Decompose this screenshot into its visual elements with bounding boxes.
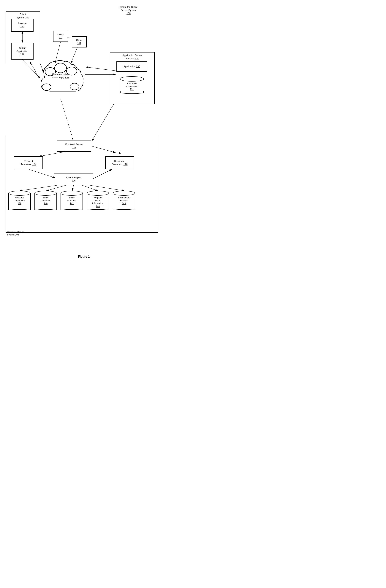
application-label: Application 130 bbox=[123, 65, 140, 68]
response-generator-label: ResponseGenerator 128 bbox=[112, 160, 128, 166]
cylinder-intermediate-148: IntermediateResults148 bbox=[113, 191, 135, 210]
res-constraints-app-label: ResourceConstraints132 bbox=[126, 82, 137, 91]
query-engine-box: Query Engine126 bbox=[54, 173, 93, 185]
cyl-148-label: IntermediateResults148 bbox=[118, 196, 130, 205]
datastore-label: Datastore ServerSystem 106 bbox=[7, 231, 24, 236]
query-engine-label: Query Engine126 bbox=[66, 176, 81, 182]
application-box: Application 130 bbox=[116, 62, 147, 72]
client-102b-label: Client102 bbox=[76, 39, 82, 45]
request-processor-label: RequestProcessor 124 bbox=[21, 160, 36, 166]
browser-label: Browser110 bbox=[18, 22, 27, 28]
comm-network-label: CommunicationNetwork(s) 120 bbox=[52, 73, 69, 79]
client-102a-label: Client102 bbox=[57, 33, 64, 40]
cloud-shape: CommunicationNetwork(s) 120 bbox=[35, 58, 86, 99]
cylinder-resource-constraints-138: ResourceConstraints138 bbox=[8, 191, 31, 210]
dots-label: ... bbox=[67, 34, 70, 39]
figure-caption: Figure 1 bbox=[0, 255, 168, 264]
cyl-146-label: RequestStatusInformation146 bbox=[92, 196, 103, 208]
cyl-138-label: ResourceConstraints138 bbox=[14, 196, 25, 205]
cyl-140-label: EntityDatabase140 bbox=[41, 196, 50, 205]
svg-line-15 bbox=[61, 99, 73, 140]
app-server-label: Application ServerSystem 104 bbox=[122, 54, 142, 60]
browser-box: Browser110 bbox=[11, 19, 34, 32]
frontend-server-box: Frontend Server122 bbox=[57, 141, 91, 152]
response-generator-box: ResponseGenerator 128 bbox=[105, 156, 134, 169]
cylinder-entity-database-140: EntityDatabase140 bbox=[34, 191, 57, 210]
client-system-label: ClientSystem 102 bbox=[16, 13, 29, 19]
client-102b-box: Client102 bbox=[72, 36, 87, 47]
client-app-label: ClientApplication112 bbox=[16, 46, 28, 56]
client-102a-box: Client102 bbox=[53, 31, 68, 42]
frontend-server-label: Frontend Server122 bbox=[65, 143, 83, 149]
cylinder-entity-index-142: EntityIndex(es)142 bbox=[61, 191, 83, 210]
svg-line-16 bbox=[92, 104, 114, 141]
request-processor-box: RequestProcessor 124 bbox=[14, 156, 43, 169]
client-app-box: ClientApplication112 bbox=[11, 43, 34, 60]
resource-constraints-app-cylinder: ResourceConstraints132 bbox=[116, 76, 147, 94]
cylinder-request-status-146: RequestStatusInformation146 bbox=[87, 191, 109, 210]
cyl-142-label: EntityIndex(es)142 bbox=[67, 196, 76, 205]
distributed-label: Distributed Client- Server System 100 bbox=[110, 6, 147, 15]
diagram-container: Distributed Client- Server System 100 Cl… bbox=[0, 0, 168, 251]
